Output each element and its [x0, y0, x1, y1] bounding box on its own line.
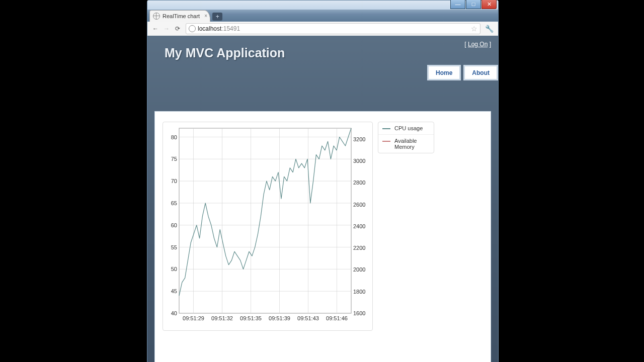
address-bar[interactable]: localhost:15491 ☆	[186, 23, 480, 34]
svg-text:09:51:43: 09:51:43	[297, 315, 319, 321]
window-maximize-button[interactable]: □	[466, 0, 481, 9]
nav-home[interactable]: Home	[427, 65, 461, 80]
browser-window: — □ ✕ RealTime chart × + ← → ⟳ localhost…	[147, 0, 499, 362]
back-button[interactable]: ←	[150, 23, 161, 34]
svg-text:09:51:32: 09:51:32	[211, 315, 233, 321]
svg-text:1800: 1800	[353, 289, 365, 295]
browser-toolbar: ← → ⟳ localhost:15491 ☆ 🔧	[147, 22, 498, 36]
legend-swatch-memory	[382, 141, 390, 142]
url-port: :15491	[221, 25, 240, 32]
svg-text:1600: 1600	[353, 310, 365, 316]
realtime-chart: 4045505560657075801600180020002200240026…	[165, 125, 370, 326]
svg-text:09:51:29: 09:51:29	[183, 315, 204, 321]
svg-text:09:51:46: 09:51:46	[326, 315, 348, 321]
globe-icon	[189, 25, 196, 32]
settings-wrench-icon[interactable]: 🔧	[483, 25, 496, 33]
app-title: My MVC Application	[165, 46, 285, 60]
legend-label-cpu: CPU usage	[394, 125, 423, 131]
tab-title: RealTime chart	[163, 13, 200, 19]
chart-legend: CPU usage Available Memory	[378, 122, 434, 153]
svg-text:75: 75	[171, 156, 177, 162]
legend-item-memory[interactable]: Available Memory	[378, 135, 434, 153]
svg-text:3000: 3000	[353, 158, 365, 164]
svg-rect-0	[179, 128, 351, 313]
tab-realtime-chart[interactable]: RealTime chart ×	[149, 10, 210, 22]
legend-label-memory: Available Memory	[394, 138, 430, 150]
main-menu: Home About	[427, 65, 498, 80]
window-close-button[interactable]: ✕	[481, 0, 497, 9]
svg-text:09:51:39: 09:51:39	[269, 315, 290, 321]
svg-text:2800: 2800	[353, 179, 365, 186]
svg-text:45: 45	[171, 288, 177, 294]
svg-text:09:51:35: 09:51:35	[240, 315, 262, 321]
svg-text:60: 60	[171, 222, 177, 228]
bookmark-star-icon[interactable]: ☆	[471, 25, 477, 33]
content-panel: 4045505560657075801600180020002200240026…	[154, 111, 491, 362]
page-viewport: [ Log On ] My MVC Application Home About…	[147, 36, 498, 362]
chart-container: 4045505560657075801600180020002200240026…	[163, 122, 373, 331]
url-host: localhost	[198, 25, 221, 32]
logon-block: [ Log On ]	[464, 41, 491, 48]
svg-text:70: 70	[171, 178, 177, 184]
tab-close-icon[interactable]: ×	[204, 13, 207, 19]
svg-text:80: 80	[171, 134, 177, 140]
log-on-link[interactable]: Log On	[468, 41, 488, 48]
window-minimize-button[interactable]: —	[450, 0, 465, 9]
svg-text:2400: 2400	[353, 223, 365, 229]
svg-text:2600: 2600	[353, 202, 365, 208]
window-titlebar[interactable]: — □ ✕	[147, 1, 498, 10]
reload-button[interactable]: ⟳	[172, 23, 183, 34]
legend-swatch-cpu	[382, 128, 390, 129]
svg-text:2200: 2200	[353, 245, 365, 251]
globe-icon	[153, 13, 160, 20]
forward-button[interactable]: →	[161, 23, 172, 34]
browser-tabstrip: RealTime chart × +	[147, 10, 498, 22]
new-tab-button[interactable]: +	[212, 13, 222, 21]
legend-item-cpu[interactable]: CPU usage	[378, 122, 434, 135]
svg-text:40: 40	[171, 310, 177, 316]
svg-text:3200: 3200	[353, 136, 365, 142]
svg-text:50: 50	[171, 266, 177, 272]
nav-about[interactable]: About	[463, 65, 498, 80]
svg-text:2000: 2000	[353, 266, 365, 273]
svg-text:55: 55	[171, 244, 177, 250]
svg-text:65: 65	[171, 200, 177, 206]
